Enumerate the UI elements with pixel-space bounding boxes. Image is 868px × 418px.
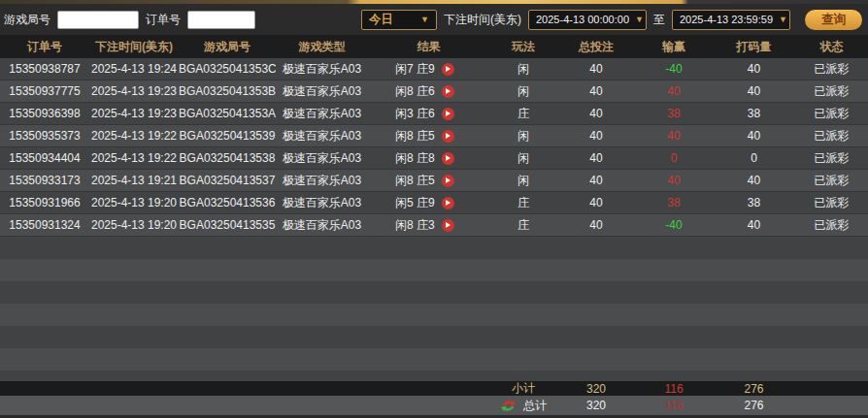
table-header: 订单号 下注时间(美东) 游戏局号 游戏类型 结果 玩法 总投注 输赢 打码量 … bbox=[0, 35, 868, 58]
bet-time-cell: 2025-4-13 19:20 bbox=[89, 196, 179, 209]
order-number-label: 订单号 bbox=[146, 12, 181, 28]
filter-bar: 游戏局号 订单号 今日 ▼ 下注时间(美东) 2025-4-13 00:00:0… bbox=[0, 4, 868, 35]
date-range-select[interactable]: 今日 ▼ bbox=[361, 10, 437, 30]
table-row: 153509387872025-4-13 19:24BGA0325041353C… bbox=[0, 58, 868, 80]
result-cell: 闲3 庄6 bbox=[368, 106, 489, 122]
status-cell: 已派彩 bbox=[795, 83, 868, 100]
game-round-cell: BGA03250413537 bbox=[179, 174, 276, 187]
bet-time-cell: 2025-4-13 19:22 bbox=[89, 151, 179, 165]
start-time-select[interactable]: 2025-4-13 00:00:00 ▼ bbox=[528, 10, 647, 30]
status-cell: 已派彩 bbox=[795, 173, 868, 189]
win-loss-cell: -40 bbox=[635, 218, 713, 232]
to-label: 至 bbox=[653, 12, 665, 28]
total-bet-cell: 40 bbox=[557, 129, 635, 143]
replay-play-icon[interactable] bbox=[442, 85, 454, 98]
end-time-value: 2025-4-13 23:59:59 bbox=[680, 14, 773, 25]
total-bet-cell: 40 bbox=[557, 196, 635, 209]
bet-records-screen: 游戏局号 订单号 今日 ▼ 下注时间(美东) 2025-4-13 00:00:0… bbox=[0, 0, 868, 418]
play-type-cell: 闲 bbox=[489, 61, 557, 78]
total-bet-cell: 40 bbox=[557, 84, 635, 98]
end-time-select[interactable]: 2025-4-13 23:59:59 ▼ bbox=[672, 10, 790, 30]
status-cell: 已派彩 bbox=[795, 195, 868, 211]
win-loss-cell: 40 bbox=[635, 129, 713, 143]
game-round-cell: BGA0325041353B bbox=[179, 84, 276, 98]
game-round-cell: BGA03250413538 bbox=[179, 151, 276, 165]
result-cell: 闲5 庄9 bbox=[368, 195, 489, 211]
game-round-label: 游戏局号 bbox=[4, 12, 50, 28]
game-type-cell: 极速百家乐A03 bbox=[276, 106, 368, 122]
turnover-cell: 40 bbox=[713, 174, 795, 187]
game-type-cell: 极速百家乐A03 bbox=[276, 195, 368, 211]
win-loss-cell: 38 bbox=[635, 107, 713, 120]
total-label: 总计 bbox=[523, 398, 547, 414]
table-row: 153509313242025-4-13 19:20BGA03250413535… bbox=[0, 214, 868, 237]
replay-play-icon[interactable] bbox=[442, 175, 454, 187]
result-cell: 闲8 庄8 bbox=[368, 150, 489, 167]
table-row: 153509319662025-4-13 19:20BGA03250413536… bbox=[0, 192, 868, 214]
play-type-cell: 庄 bbox=[489, 217, 557, 234]
game-type-cell: 极速百家乐A03 bbox=[276, 173, 368, 189]
table-row: 153509363982025-4-13 19:23BGA0325041353A… bbox=[0, 103, 868, 125]
replay-play-icon[interactable] bbox=[442, 63, 454, 76]
total-bet-cell: 40 bbox=[557, 107, 635, 120]
result-text: 闲7 庄9 bbox=[395, 61, 435, 78]
order-number-cell: 15350934404 bbox=[0, 151, 89, 165]
result-cell: 闲7 庄9 bbox=[368, 61, 489, 78]
replay-play-icon[interactable] bbox=[442, 108, 454, 120]
win-loss-cell: 40 bbox=[635, 84, 713, 98]
query-button[interactable]: 查询 bbox=[805, 10, 862, 30]
start-time-value: 2025-4-13 00:00:00 bbox=[536, 14, 629, 25]
result-cell: 闲8 庄5 bbox=[368, 128, 489, 145]
turnover-cell: 38 bbox=[713, 107, 795, 120]
play-type-cell: 闲 bbox=[489, 128, 557, 145]
result-text: 闲3 庄6 bbox=[395, 106, 435, 122]
replay-play-icon[interactable] bbox=[442, 219, 454, 232]
game-type-cell: 极速百家乐A03 bbox=[276, 83, 368, 100]
play-type-cell: 庄 bbox=[489, 106, 557, 122]
table-row: 153509377752025-4-13 19:23BGA0325041353B… bbox=[0, 80, 868, 103]
table-row: 153509344042025-4-13 19:22BGA03250413538… bbox=[0, 147, 868, 170]
chevron-down-icon: ▼ bbox=[779, 15, 787, 24]
status-cell: 已派彩 bbox=[795, 61, 868, 78]
subtotal-turnover: 276 bbox=[713, 382, 795, 396]
total-bet-cell: 40 bbox=[557, 174, 635, 187]
game-type-cell: 极速百家乐A03 bbox=[276, 217, 368, 234]
column-header-bet-time: 下注时间(美东) bbox=[89, 39, 179, 55]
column-header-turnover: 打码量 bbox=[713, 39, 795, 55]
game-round-cell: BGA03250413539 bbox=[179, 129, 276, 143]
date-range-value: 今日 bbox=[369, 12, 393, 28]
subtotal-win-loss: 116 bbox=[635, 382, 713, 396]
result-text: 闲8 庄5 bbox=[395, 173, 435, 189]
chevron-down-icon: ▼ bbox=[635, 15, 644, 24]
chevron-down-icon: ▼ bbox=[420, 15, 429, 24]
subtotal-label: 小计 bbox=[489, 380, 557, 397]
bet-time-label: 下注时间(美东) bbox=[444, 12, 521, 28]
order-number-cell: 15350935373 bbox=[0, 129, 89, 143]
table-row: 153509331732025-4-13 19:21BGA03250413537… bbox=[0, 170, 868, 192]
replay-play-icon[interactable] bbox=[442, 197, 454, 209]
result-text: 闲8 庄6 bbox=[395, 83, 435, 100]
replay-play-icon[interactable] bbox=[442, 130, 454, 143]
refresh-icon[interactable] bbox=[500, 399, 517, 413]
turnover-cell: 38 bbox=[713, 196, 795, 209]
status-cell: 已派彩 bbox=[795, 106, 868, 122]
subtotal-row: 小计 320 116 276 bbox=[0, 381, 868, 396]
total-bet-cell: 40 bbox=[557, 218, 635, 232]
order-number-cell: 15350933173 bbox=[0, 174, 89, 187]
order-number-cell: 15350937775 bbox=[0, 84, 89, 98]
column-header-order-no: 订单号 bbox=[0, 39, 89, 55]
turnover-cell: 40 bbox=[713, 62, 795, 76]
order-number-input[interactable] bbox=[187, 11, 255, 29]
total-turnover: 276 bbox=[713, 399, 795, 412]
status-cell: 已派彩 bbox=[795, 128, 868, 145]
game-type-cell: 极速百家乐A03 bbox=[276, 150, 368, 167]
result-text: 闲8 庄5 bbox=[395, 128, 435, 145]
play-type-cell: 闲 bbox=[489, 173, 557, 189]
order-number-cell: 15350936398 bbox=[0, 107, 89, 120]
game-round-input[interactable] bbox=[57, 11, 139, 29]
total-win-loss: 116 bbox=[635, 399, 713, 412]
play-type-cell: 庄 bbox=[489, 195, 557, 211]
table-body: 153509387872025-4-13 19:24BGA0325041353C… bbox=[0, 58, 868, 237]
order-number-cell: 15350938787 bbox=[0, 62, 89, 76]
replay-play-icon[interactable] bbox=[442, 152, 454, 165]
